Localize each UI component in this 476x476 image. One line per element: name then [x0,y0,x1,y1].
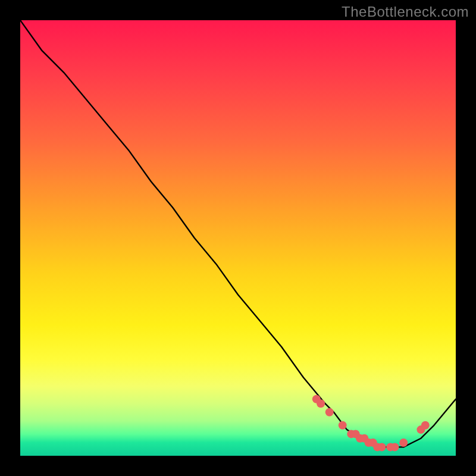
watermark-text: TheBottleneck.com [342,4,469,20]
scatter-point [317,399,325,408]
scatter-point [391,443,399,451]
scatter-point [421,421,430,430]
plot-area [20,20,456,456]
scatter-point [339,421,347,430]
chart-frame: TheBottleneck.com [0,0,476,476]
scatter-point [325,408,334,416]
scatter-point [399,439,408,447]
chart-svg [20,20,456,456]
scatter-point [378,443,386,451]
bottleneck-curve [20,20,456,447]
